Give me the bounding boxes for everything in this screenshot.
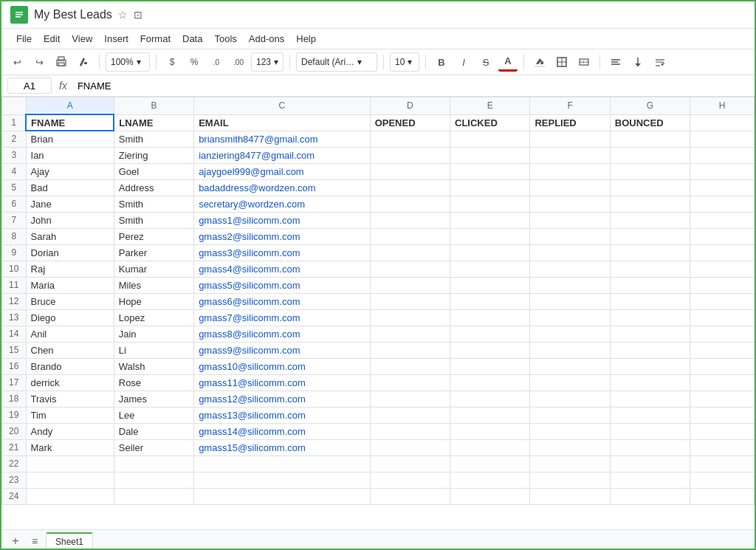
cell-clicked[interactable] (450, 472, 530, 488)
cell-bounced[interactable]: BOUNCED (610, 114, 690, 131)
cell-email[interactable]: gmass2@silicomm.com (194, 228, 370, 244)
cell-h[interactable] (690, 163, 755, 179)
table-row[interactable]: 9DorianParkergmass3@silicomm.com (2, 244, 755, 261)
cell-bounced[interactable] (610, 374, 690, 391)
font-color-button[interactable]: A (498, 52, 518, 72)
cell-h[interactable] (690, 293, 755, 309)
cell-h[interactable] (690, 374, 755, 391)
cell-h[interactable] (690, 261, 755, 277)
cell-clicked[interactable] (450, 488, 530, 504)
font-dropdown[interactable]: Default (Ari… ▾ (296, 52, 377, 72)
col-header-g[interactable]: G (610, 97, 690, 115)
table-row[interactable]: 5BadAddressbadaddress@wordzen.com (2, 179, 755, 196)
cell-clicked[interactable] (450, 423, 530, 439)
cell-email[interactable]: ianziering8477@gmail.com (194, 147, 370, 163)
cell-opened[interactable] (370, 228, 450, 244)
cell-email[interactable]: gmass3@silicomm.com (194, 244, 370, 261)
cell-fname[interactable]: Raj (26, 261, 114, 277)
cell-replied[interactable] (530, 488, 610, 504)
cell-opened[interactable] (370, 293, 450, 309)
cell-email[interactable]: gmass6@silicomm.com (194, 293, 370, 309)
table-row[interactable]: 10RajKumargmass4@silicomm.com (2, 261, 755, 277)
percent-button[interactable]: % (185, 52, 204, 72)
cell-email[interactable] (194, 456, 370, 472)
cell-clicked[interactable] (450, 277, 530, 293)
cell-opened[interactable] (370, 439, 450, 456)
cell-h[interactable] (690, 423, 755, 439)
cell-bounced[interactable] (610, 179, 690, 196)
cell-replied[interactable] (530, 147, 610, 163)
menu-data[interactable]: Data (176, 30, 208, 47)
cell-lname[interactable]: Lopez (114, 309, 193, 326)
fontsize-dropdown[interactable]: 10 ▾ (390, 52, 419, 72)
cell-clicked[interactable] (450, 196, 530, 212)
cell-fname[interactable] (26, 472, 114, 488)
col-header-e[interactable]: E (450, 97, 530, 115)
table-row[interactable]: 17derrickRosegmass11@silicomm.com (2, 374, 755, 391)
cell-clicked[interactable] (450, 391, 530, 407)
cell-opened[interactable] (370, 326, 450, 342)
cell-opened[interactable] (370, 407, 450, 423)
cell-clicked[interactable] (450, 261, 530, 277)
cell-email[interactable]: gmass9@silicomm.com (194, 342, 370, 358)
cell-fname[interactable]: derrick (26, 374, 114, 391)
fill-color-button[interactable] (530, 52, 549, 72)
cell-h[interactable] (690, 147, 755, 163)
cell-bounced[interactable] (610, 196, 690, 212)
cell-fname[interactable] (26, 488, 114, 504)
cell-bounced[interactable] (610, 163, 690, 179)
cell-bounced[interactable] (610, 228, 690, 244)
paint-format-button[interactable] (74, 52, 93, 72)
cell-replied[interactable]: REPLIED (530, 114, 610, 131)
table-row[interactable]: 23 (2, 472, 755, 488)
decimal0-button[interactable]: .0 (207, 52, 226, 72)
cell-fname[interactable]: Chen (26, 342, 114, 358)
table-row[interactable]: 2BrianSmithbriansmith8477@gmail.com (2, 131, 755, 147)
cell-email[interactable]: gmass15@silicomm.com (194, 439, 370, 456)
table-row[interactable]: 13DiegoLopezgmass7@silicomm.com (2, 309, 755, 326)
cell-email[interactable]: gmass14@silicomm.com (194, 423, 370, 439)
cell-email[interactable]: gmass4@silicomm.com (194, 261, 370, 277)
cell-clicked[interactable] (450, 407, 530, 423)
cell-opened[interactable] (370, 309, 450, 326)
cell-opened[interactable] (370, 244, 450, 261)
cell-clicked[interactable] (450, 309, 530, 326)
cell-h[interactable] (690, 244, 755, 261)
cell-email[interactable]: gmass12@silicomm.com (194, 391, 370, 407)
cell-h[interactable] (690, 488, 755, 504)
cell-clicked[interactable] (450, 244, 530, 261)
cell-h[interactable] (690, 196, 755, 212)
cell-clicked[interactable] (450, 212, 530, 228)
cell-h[interactable] (690, 277, 755, 293)
add-sheet-button[interactable]: + (7, 533, 24, 549)
cell-lname[interactable]: Li (114, 342, 193, 358)
cell-fname[interactable]: Bruce (26, 293, 114, 309)
undo-button[interactable]: ↩ (7, 52, 27, 72)
cell-email[interactable] (194, 472, 370, 488)
cell-lname[interactable]: Smith (114, 131, 193, 147)
table-row[interactable]: 7JohnSmithgmass1@silicomm.com (2, 212, 755, 228)
cell-lname[interactable]: Walsh (114, 358, 193, 374)
cell-clicked[interactable] (450, 179, 530, 196)
menu-insert[interactable]: Insert (98, 30, 134, 47)
cell-fname[interactable]: Anil (26, 326, 114, 342)
table-row[interactable]: 11MariaMilesgmass5@silicomm.com (2, 277, 755, 293)
cell-clicked[interactable] (450, 374, 530, 391)
cell-opened[interactable]: OPENED (370, 114, 450, 131)
cell-opened[interactable] (370, 391, 450, 407)
cell-replied[interactable] (530, 472, 610, 488)
cell-opened[interactable] (370, 456, 450, 472)
cell-opened[interactable] (370, 423, 450, 439)
cell-reference-input[interactable] (7, 78, 52, 94)
cell-h[interactable] (690, 309, 755, 326)
cell-lname[interactable]: Lee (114, 407, 193, 423)
cell-lname[interactable]: Seiler (114, 439, 193, 456)
spreadsheet-area[interactable]: A B C D E F G H 1FNAMELNAMEEMAILOPENEDCL… (1, 97, 755, 529)
cell-fname[interactable]: John (26, 212, 114, 228)
table-row[interactable]: 15ChenLigmass9@silicomm.com (2, 342, 755, 358)
cell-clicked[interactable] (450, 342, 530, 358)
cell-lname[interactable]: Parker (114, 244, 193, 261)
cell-opened[interactable] (370, 358, 450, 374)
cell-bounced[interactable] (610, 407, 690, 423)
currency-button[interactable]: $ (162, 52, 182, 72)
